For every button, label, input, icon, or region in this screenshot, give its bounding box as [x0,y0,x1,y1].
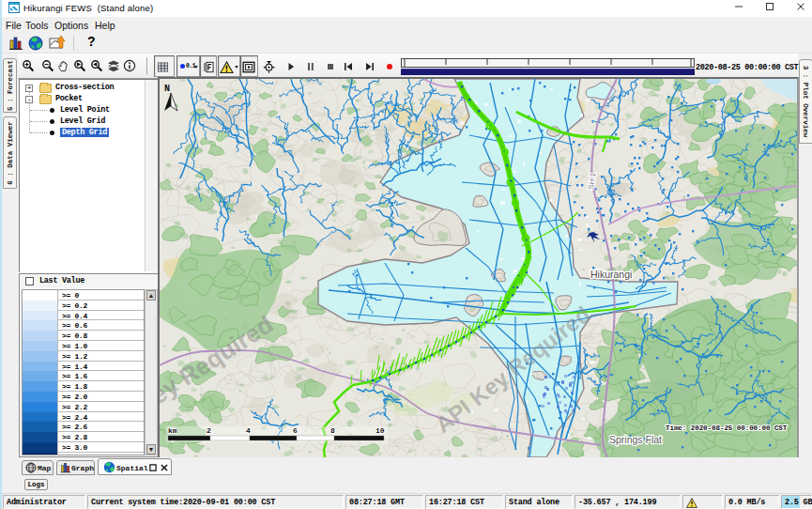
svg-text:Hikurangi: Hikurangi [590,269,632,280]
svg-text:4: 4 [246,426,251,435]
svg-text:10: 10 [375,426,385,435]
svg-text:2: 2 [207,426,211,435]
svg-text:8: 8 [330,426,335,435]
svg-text:6: 6 [293,426,298,435]
svg-text:Springs Flat: Springs Flat [609,434,662,445]
svg-text:km: km [168,426,177,435]
svg-text:N: N [164,84,170,94]
svg-text:Time: 2020-08-25 00:00:00 CST: Time: 2020-08-25 00:00:00 CST [666,424,788,432]
